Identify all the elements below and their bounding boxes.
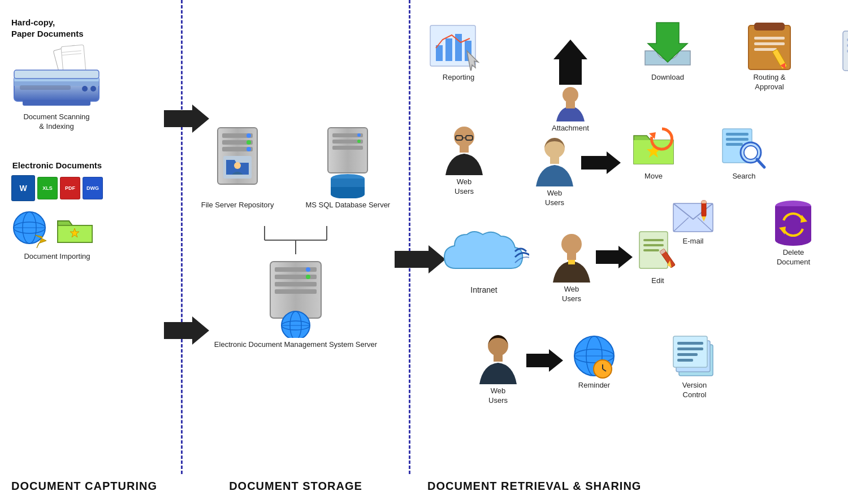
format-icons: W XLS PDF DWG [11, 175, 103, 201]
forward-icon [840, 28, 848, 73]
attachment-label: Attachment [552, 124, 589, 133]
svg-point-105 [561, 234, 582, 254]
footer-capture: DOCUMENT CAPTURING [0, 480, 181, 493]
hardcopy-section: Hard-copy,Paper Documents [11, 17, 102, 132]
svg-point-33 [357, 133, 361, 137]
folder-icon [57, 214, 93, 245]
electronic-section: Electronic Documents W XLS PDF DWG [11, 160, 103, 262]
svg-point-62 [563, 87, 578, 103]
content-area: Hard-copy,Paper Documents [0, 0, 848, 474]
svg-point-34 [357, 140, 361, 143]
routing-approval-icon [744, 20, 795, 71]
edms-block: Electronic Document Management System Se… [214, 259, 377, 350]
svg-rect-106 [567, 252, 576, 260]
file-server-icon [212, 125, 263, 198]
svg-rect-67 [754, 37, 785, 40]
edms-label: Electronic Document Management System Se… [214, 340, 377, 350]
reporting-icon [427, 23, 490, 71]
svg-marker-84 [581, 151, 621, 174]
main-container: Hard-copy,Paper Documents [0, 0, 848, 504]
move-icon [631, 124, 676, 170]
svg-point-28 [234, 162, 241, 169]
intranet-item: Intranet [439, 226, 529, 295]
search-item: Search [721, 124, 767, 181]
ms-sql-label: MS SQL Database Server [305, 201, 390, 210]
web-users-4-label: WebUsers [488, 386, 508, 406]
svg-rect-32 [332, 146, 363, 150]
svg-rect-68 [754, 42, 785, 45]
svg-point-92 [744, 146, 758, 159]
version-control-item: VersionControl [670, 331, 719, 400]
move-item: Move [631, 124, 676, 181]
footer-retrieval-label: DOCUMENT RETRIEVAL & SHARING [427, 480, 641, 492]
web-users-3-label: WebUsers [562, 285, 581, 304]
edms-icon [262, 259, 330, 338]
web-users-2-label: WebUsers [545, 189, 564, 208]
arrow-capture-to-storage-bottom [164, 316, 209, 347]
footer-bar: DOCUMENT CAPTURING DOCUMENT STORAGE DOCU… [0, 474, 848, 504]
footer-capture-label: DOCUMENT CAPTURING [11, 480, 157, 492]
intranet-label: Intranet [470, 285, 497, 295]
version-control-label: VersionControl [682, 381, 707, 400]
footer-storage: DOCUMENT STORAGE [183, 480, 409, 493]
svg-marker-61 [553, 40, 587, 85]
svg-marker-12 [164, 105, 209, 133]
dwg-icon: DWG [83, 177, 103, 199]
svg-rect-117 [494, 354, 503, 362]
svg-point-26 [246, 147, 251, 151]
delete-doc-icon [772, 198, 815, 246]
svg-marker-118 [526, 349, 563, 372]
move-label: Move [644, 172, 663, 181]
svg-point-9 [90, 86, 96, 92]
svg-point-49 [306, 267, 310, 272]
arrow-webusers4-right [526, 349, 563, 374]
file-server-block: File Server Repository [201, 125, 274, 210]
web-users-2-item: WebUsers [535, 136, 574, 208]
email-label: E-mail [683, 237, 704, 246]
intranet-icon [439, 226, 529, 283]
svg-point-77 [454, 127, 474, 147]
edit-item: Edit [637, 229, 679, 286]
svg-rect-107 [568, 260, 575, 264]
electronic-title: Electronic Documents [11, 160, 103, 171]
svg-rect-7 [14, 70, 99, 79]
storage-servers-row: File Server Repository [197, 120, 395, 215]
connector-lines [228, 226, 364, 254]
svg-rect-90 [726, 143, 743, 146]
search-label: Search [732, 172, 755, 181]
svg-rect-99 [702, 201, 706, 203]
file-server-label: File Server Repository [201, 201, 274, 210]
svg-rect-48 [275, 289, 317, 294]
excel-icon: XLS [37, 177, 58, 199]
attachment-person-icon [553, 85, 587, 121]
web-users-4-icon [478, 333, 518, 384]
footer-storage-label: DOCUMENT STORAGE [229, 480, 362, 492]
svg-point-51 [282, 311, 310, 338]
svg-rect-131 [677, 353, 698, 356]
svg-rect-110 [643, 239, 664, 241]
arrow-capture-to-storage-top [164, 105, 209, 135]
reminder-label: Reminder [578, 381, 610, 390]
svg-point-50 [306, 275, 310, 279]
svg-rect-111 [643, 244, 664, 246]
download-label: Download [651, 73, 684, 82]
version-control-icon [670, 331, 719, 379]
svg-marker-108 [596, 246, 633, 268]
web-users-2-icon [535, 136, 574, 186]
word-icon: W [11, 175, 35, 201]
doc-importing-label: Document Importing [11, 252, 103, 262]
svg-rect-78 [460, 145, 469, 153]
ms-sql-icon [322, 125, 373, 198]
svg-rect-89 [726, 138, 749, 141]
attachment-arrow-icon [553, 40, 587, 85]
reporting-label: Reporting [443, 73, 474, 82]
svg-point-8 [82, 86, 88, 92]
svg-rect-69 [754, 48, 777, 51]
edit-icon [637, 229, 679, 274]
reminder-item: Reminder [569, 331, 620, 390]
svg-rect-58 [445, 38, 452, 61]
retrieval-layout: Reporting Attachment [427, 11, 842, 463]
footer-retrieval: DOCUMENT RETRIEVAL & SHARING [410, 480, 848, 493]
reminder-icon [569, 331, 620, 379]
forward-item: Forward [840, 28, 848, 85]
